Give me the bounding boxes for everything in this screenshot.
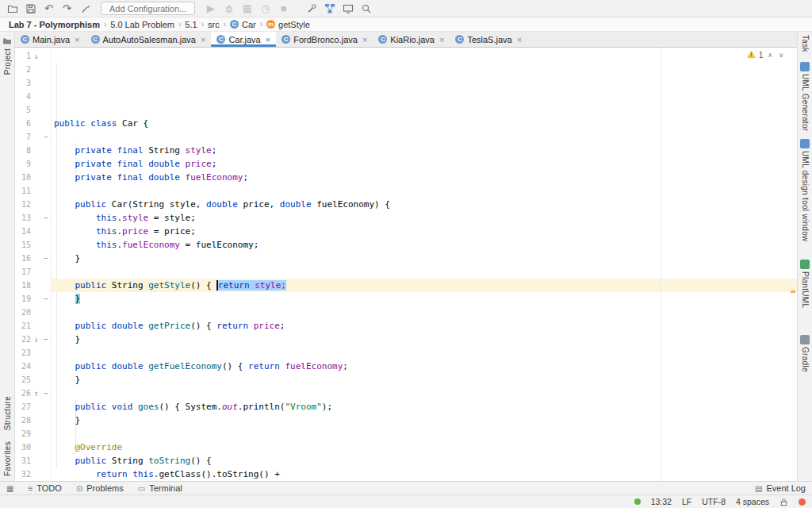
tool-button-uml-generator[interactable]: UML Generator [800,62,810,131]
code-token: } [54,334,80,344]
lock-icon[interactable] [779,498,788,506]
redo-icon[interactable]: ↷ [58,2,76,16]
line-number: 19 [15,294,31,303]
line-number: 10 [15,173,31,182]
tool-button-plantuml[interactable]: PlantUML [800,260,810,308]
profiler-icon[interactable]: ◷ [256,2,274,16]
overridden-marker-icon[interactable]: ↓ [31,335,41,344]
tab-close-icon[interactable]: × [266,35,270,44]
tab-autoautosalesman-java[interactable]: CAutoAutoSalesman.java× [86,32,212,47]
breadcrumb-item[interactable]: Lab 7 - Polymorphism [6,20,102,29]
tab-main-java[interactable]: CMain.java× [15,32,86,47]
overriding-marker-icon[interactable]: ↑ [31,389,41,398]
tool-button-structure[interactable]: Structure [3,396,12,430]
breadcrumb: Lab 7 - Polymorphism›5.0 Lab Problem›5.1… [0,17,812,32]
code-token: getStyle [148,280,190,291]
breadcrumb-item[interactable]: 5.0 Lab Problem [108,20,177,29]
tab-close-icon[interactable]: × [439,35,444,44]
tool-button-task[interactable]: Task [801,35,810,52]
tool-button-favorites[interactable]: Favorites [3,441,12,476]
tool-window-switcher-icon[interactable]: ▦ [6,484,13,493]
gutter-line: 29 [15,427,51,441]
code-token [54,321,75,331]
tool-window-button-terminal[interactable]: ▭Terminal [138,483,182,493]
run-icon[interactable]: ▶ [201,2,220,16]
run-configuration-dropdown[interactable]: Add Configuration... [101,2,195,15]
main-toolbar: ↶↷ Add Configuration... ▶▦◷■ [0,0,812,17]
fold-marker-icon[interactable]: − [41,133,50,141]
event-log-icon: ▤ [755,484,762,493]
code-token: = price; [148,226,196,237]
undo-icon[interactable]: ↶ [40,2,58,16]
next-warning-icon[interactable]: ∨ [777,52,785,59]
tab-close-icon[interactable]: × [75,35,79,44]
left-strip-bottom: StructureFavorites [3,396,12,476]
breadcrumb-item[interactable]: 5.1 [182,20,199,29]
window-icon[interactable] [339,2,357,16]
editor[interactable]: 1↓234567−8910111213−141516−171819−202122… [15,48,797,481]
overridden-marker-icon[interactable]: ↓ [31,52,41,60]
breadcrumb-item[interactable]: mgetStyle [264,20,312,29]
class-icon: C [21,35,29,44]
error-stripe-warning-mark[interactable] [791,291,795,293]
tab-close-icon[interactable]: × [517,35,522,44]
breadcrumb-item[interactable]: src [205,20,222,29]
notification-icon[interactable] [799,498,806,506]
gutter-line: 6 [15,117,51,130]
tab-teslas-java[interactable]: CTeslaS.java× [450,32,527,47]
tool-window-icon [800,335,810,344]
line-ending-selector[interactable]: LF [682,497,691,506]
fold-marker-icon[interactable]: − [41,254,50,263]
fold-marker-icon[interactable]: − [41,389,50,398]
tab-kiario-java[interactable]: CKiaRio.java× [373,32,450,47]
tool-button-project[interactable]: Project [2,37,12,75]
tab-close-icon[interactable]: × [362,35,367,44]
line-number: 4 [15,92,31,101]
code-token: fuelEconomy [186,172,243,183]
class-icon: C [91,35,100,44]
code-lines[interactable]: public class Car { private final String … [52,48,797,481]
tab-label: KiaRio.java [390,35,435,44]
tool-window-button-problems[interactable]: ⊙Problems [76,483,124,493]
stop-icon[interactable]: ■ [274,2,293,16]
line-number: 7 [15,133,31,141]
tool-button-uml-design-tool-window[interactable]: UML design tool window [800,139,810,242]
inspections-widget[interactable]: 1 ∧ ∨ [745,50,787,60]
tab-close-icon[interactable]: × [201,35,205,44]
tools-icon[interactable] [302,2,320,16]
code-token: = style; [148,213,196,223]
code-token: public [75,199,112,210]
tab-label: AutoAutoSalesman.java [103,35,196,44]
debug-icon[interactable] [220,2,238,16]
encoding-selector[interactable]: UTF-8 [702,497,726,506]
fold-marker-icon[interactable]: − [41,335,50,344]
code-token: String [148,145,185,156]
tool-window-button-label: Problems [86,483,123,493]
gutter[interactable]: 1↓234567−8910111213−141516−171819−202122… [15,48,52,481]
save-all-icon[interactable] [21,2,40,16]
breadcrumb-item[interactable]: CCar [228,20,259,29]
tab-car-java[interactable]: CCar.java× [211,32,276,47]
gutter-line: 12 [15,198,51,211]
gutter-line: 14 [15,225,51,238]
code-line: public void goes() { System.out.println(… [52,400,797,414]
code-token: price [122,226,148,237]
code-token: this [96,213,117,223]
event-log-button[interactable]: ▤ Event Log [755,483,806,493]
line-number: 6 [15,119,31,128]
prev-warning-icon[interactable]: ∧ [766,52,774,59]
coverage-icon[interactable]: ▦ [238,2,256,16]
tool-button-gradle[interactable]: Gradle [800,335,810,372]
fold-marker-icon[interactable]: − [41,294,50,303]
search-everywhere-icon[interactable] [357,2,375,16]
gutter-line: 10 [15,171,51,184]
tab-fordbronco-java[interactable]: CFordBronco.java× [276,32,373,47]
tool-window-button-todo[interactable]: ≡TODO [28,483,61,493]
indent-selector[interactable]: 4 spaces [736,497,769,506]
fold-marker-icon[interactable]: − [41,214,50,222]
scratch-brush-icon[interactable] [76,2,94,16]
line-number: 24 [15,362,31,371]
uml-diagram-icon[interactable] [320,2,339,16]
code-token: style [186,145,212,156]
open-project-icon[interactable] [3,2,21,16]
